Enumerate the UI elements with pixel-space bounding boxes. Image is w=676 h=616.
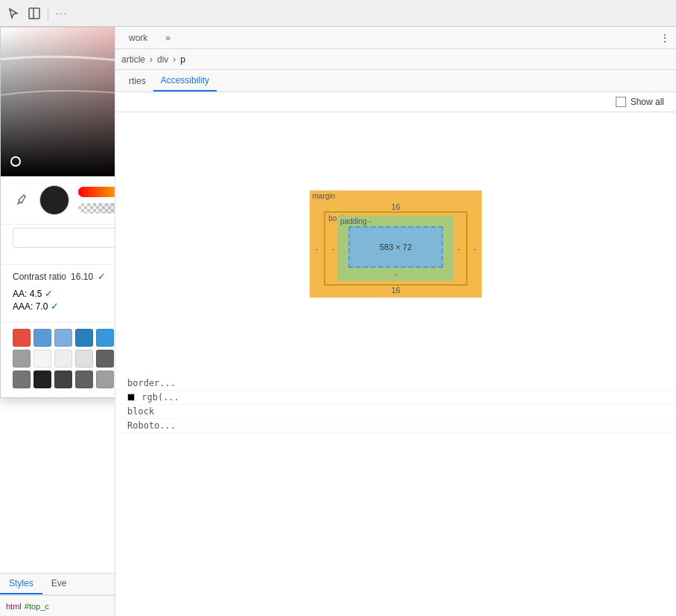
alpha-slider[interactable]: [78, 203, 115, 214]
margin-top-value: 16: [322, 202, 471, 211]
toolbar-divider: [48, 6, 48, 21]
swatch-r2-2[interactable]: [34, 350, 51, 368]
picker-controls: [1, 176, 115, 224]
padding-bottom-dash: -: [340, 269, 451, 278]
right-breadcrumb: article › div › p: [115, 49, 676, 70]
swatches-section: ▲ ▼: [1, 322, 115, 397]
show-all-row: Show all: [115, 92, 676, 112]
right-top-tabs: work » ⋮: [115, 27, 676, 49]
swatch-bright-blue[interactable]: [96, 329, 114, 347]
swatch-r3-5[interactable]: [96, 370, 114, 388]
breadcrumb-html[interactable]: html: [6, 602, 22, 611]
color-picker: #212121 ▲ ▼ HEX Contrast ratio 16.10 ✓: [0, 27, 115, 398]
aa-label: AA: 4.5: [13, 289, 42, 299]
rgb-color-swatch: [127, 394, 135, 401]
contrast-check-icon: ✓: [98, 271, 106, 282]
tab-more[interactable]: »: [158, 28, 178, 48]
swatches-row-3: [13, 370, 115, 388]
content-box: 583 × 72: [348, 226, 443, 268]
swatches-row-2: ▼: [13, 350, 115, 368]
eyedropper-button[interactable]: [13, 191, 31, 209]
show-all-checkbox[interactable]: [616, 97, 626, 107]
right-secondary-tabs: rties Accessibility: [115, 70, 676, 92]
padding-left-space: [340, 226, 348, 268]
computed-row-block: block: [115, 405, 676, 419]
hex-section: #212121 ▲ ▼ HEX: [1, 224, 115, 264]
swatch-medium-blue[interactable]: [54, 329, 72, 347]
margin-label: margin: [313, 192, 336, 200]
computed-name-rgb: rgb(...: [127, 392, 179, 402]
margin-right-dash: -: [468, 211, 482, 286]
box-model-area: margin 16 - border - padding -: [115, 112, 676, 376]
bc-article[interactable]: article: [121, 54, 145, 65]
contrast-ratio-value: 16.10: [71, 272, 93, 282]
margin-left-dash: -: [310, 211, 325, 286]
tab-styles[interactable]: Styles: [0, 574, 42, 594]
computed-name-roboto: Roboto...: [127, 420, 176, 431]
computed-row-rgb: rgb(...: [115, 391, 676, 405]
computed-list: border... rgb(... block Roboto...: [115, 376, 676, 617]
border-right-dash: -: [454, 216, 463, 281]
breadcrumb: html #top_c: [0, 595, 115, 616]
swatch-red[interactable]: [13, 329, 31, 347]
swatch-r3-4[interactable]: [75, 370, 93, 388]
hex-label: HEX: [13, 249, 115, 258]
contrast-ratio-label: Contrast ratio: [13, 272, 66, 282]
computed-name-border: border...: [127, 378, 176, 388]
color-gradient-canvas[interactable]: [1, 28, 115, 176]
margin-bottom-value: 16: [322, 286, 471, 295]
hex-input-row: #212121 ▲ ▼: [13, 228, 115, 248]
swatch-r3-3[interactable]: [54, 370, 72, 388]
swatch-r3-2[interactable]: [34, 370, 51, 388]
content-size: 583 × 72: [380, 243, 412, 251]
breadcrumb-id: #top_c: [25, 602, 49, 611]
aa-aaa-row: AA: 4.5 ✓ AAA: 7.0 ✓: [13, 286, 115, 313]
swatch-r2-4[interactable]: [75, 350, 93, 368]
contrast-section: Contrast ratio 16.10 ✓ ∧ AA: 4.5 ✓ AAA: …: [1, 264, 115, 322]
cursor-icon[interactable]: [6, 6, 21, 21]
main-container: #212121 ▲ ▼ HEX Contrast ratio 16.10 ✓: [0, 27, 676, 616]
left-panel: #212121 ▲ ▼ HEX Contrast ratio 16.10 ✓: [0, 27, 115, 616]
aa-check-icon: ✓: [45, 288, 53, 299]
top-toolbar: ···: [0, 0, 676, 27]
hue-slider[interactable]: [78, 187, 115, 197]
tab-properties[interactable]: rties: [121, 71, 153, 91]
padding-right-space: [443, 226, 451, 268]
contrast-header: Contrast ratio 16.10 ✓ ∧: [13, 271, 115, 282]
box-model: margin 16 - border - padding -: [310, 190, 482, 298]
show-all-label: Show all: [631, 97, 664, 107]
bc-div[interactable]: div: [157, 54, 168, 65]
computed-name-block: block: [127, 406, 154, 417]
bc-sep-2: ›: [173, 54, 176, 65]
svg-rect-0: [29, 8, 39, 19]
color-picker-handle[interactable]: [10, 156, 21, 167]
aa-aaa-values: AA: 4.5 ✓ AAA: 7.0 ✓: [13, 288, 59, 312]
tab-accessibility[interactable]: Accessibility: [153, 71, 217, 92]
more-icon[interactable]: ···: [54, 6, 69, 21]
aaa-check-icon: ✓: [51, 301, 59, 312]
swatch-r2-3[interactable]: [54, 350, 72, 368]
sliders-area: [78, 187, 115, 214]
hex-input[interactable]: #212121: [19, 232, 115, 243]
left-tabs-row: Styles Eve: [0, 573, 115, 595]
aaa-label: AAA: 7.0: [13, 301, 48, 312]
more-panels-button[interactable]: ⋮: [660, 32, 670, 44]
tab-network[interactable]: work: [121, 28, 155, 48]
contrast-title: Contrast ratio 16.10 ✓: [13, 271, 106, 282]
bc-sep-1: ›: [150, 54, 153, 65]
swatch-light-blue[interactable]: [34, 329, 51, 347]
swatch-r2-1[interactable]: [13, 350, 31, 368]
swatch-r2-5[interactable]: [96, 350, 114, 368]
swatch-blue[interactable]: [75, 329, 93, 347]
padding-label: padding -: [340, 217, 372, 225]
bc-p[interactable]: p: [180, 54, 185, 65]
computed-row-border: border...: [115, 376, 676, 391]
swatches-row-1: ▲: [13, 329, 115, 347]
panel-icon[interactable]: [27, 6, 42, 21]
current-color-swatch[interactable]: [39, 185, 69, 215]
tab-event-listeners[interactable]: Eve: [42, 574, 76, 594]
computed-row-roboto: Roboto...: [115, 419, 676, 433]
swatch-r3-1[interactable]: [13, 370, 31, 388]
right-panel: work » ⋮ article › div › p rties Accessi…: [115, 27, 676, 616]
svg-point-2: [20, 201, 21, 202]
